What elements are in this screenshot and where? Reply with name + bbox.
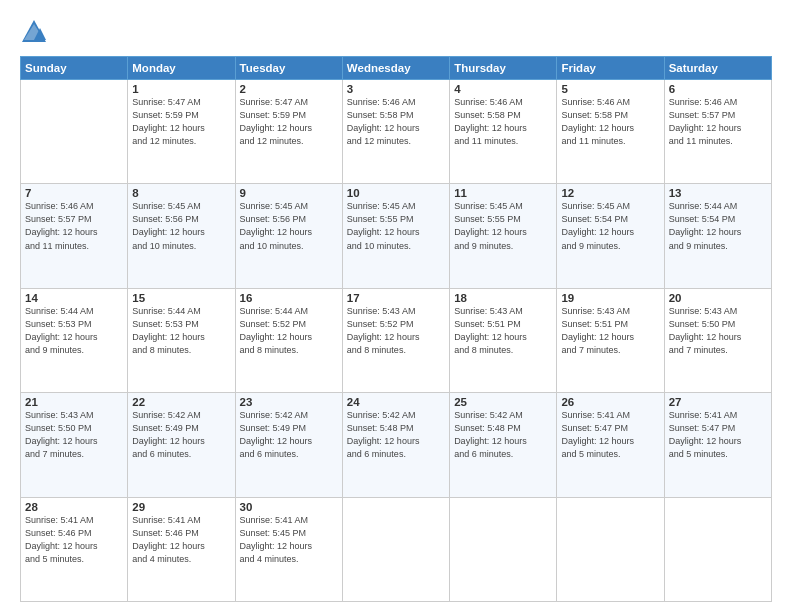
calendar-cell: 3Sunrise: 5:46 AM Sunset: 5:58 PM Daylig…: [342, 80, 449, 184]
day-number: 29: [132, 501, 230, 513]
day-info: Sunrise: 5:42 AM Sunset: 5:48 PM Dayligh…: [347, 409, 445, 461]
day-info: Sunrise: 5:41 AM Sunset: 5:45 PM Dayligh…: [240, 514, 338, 566]
day-info: Sunrise: 5:41 AM Sunset: 5:47 PM Dayligh…: [669, 409, 767, 461]
calendar-cell: 4Sunrise: 5:46 AM Sunset: 5:58 PM Daylig…: [450, 80, 557, 184]
dow-header: Tuesday: [235, 57, 342, 80]
calendar-cell: [557, 497, 664, 601]
day-number: 17: [347, 292, 445, 304]
day-number: 4: [454, 83, 552, 95]
day-info: Sunrise: 5:44 AM Sunset: 5:53 PM Dayligh…: [132, 305, 230, 357]
day-info: Sunrise: 5:45 AM Sunset: 5:56 PM Dayligh…: [132, 200, 230, 252]
day-number: 7: [25, 187, 123, 199]
calendar-cell: [342, 497, 449, 601]
calendar-cell: [450, 497, 557, 601]
day-info: Sunrise: 5:45 AM Sunset: 5:54 PM Dayligh…: [561, 200, 659, 252]
logo-icon: [20, 18, 48, 46]
day-number: 28: [25, 501, 123, 513]
day-number: 10: [347, 187, 445, 199]
day-number: 6: [669, 83, 767, 95]
calendar-cell: 16Sunrise: 5:44 AM Sunset: 5:52 PM Dayli…: [235, 288, 342, 392]
day-number: 3: [347, 83, 445, 95]
day-info: Sunrise: 5:45 AM Sunset: 5:55 PM Dayligh…: [347, 200, 445, 252]
dow-header: Wednesday: [342, 57, 449, 80]
day-info: Sunrise: 5:42 AM Sunset: 5:48 PM Dayligh…: [454, 409, 552, 461]
calendar-cell: 29Sunrise: 5:41 AM Sunset: 5:46 PM Dayli…: [128, 497, 235, 601]
calendar-cell: [664, 497, 771, 601]
calendar-cell: 26Sunrise: 5:41 AM Sunset: 5:47 PM Dayli…: [557, 393, 664, 497]
dow-header: Saturday: [664, 57, 771, 80]
day-info: Sunrise: 5:46 AM Sunset: 5:57 PM Dayligh…: [25, 200, 123, 252]
day-number: 21: [25, 396, 123, 408]
calendar-cell: 17Sunrise: 5:43 AM Sunset: 5:52 PM Dayli…: [342, 288, 449, 392]
day-info: Sunrise: 5:45 AM Sunset: 5:56 PM Dayligh…: [240, 200, 338, 252]
calendar-cell: 27Sunrise: 5:41 AM Sunset: 5:47 PM Dayli…: [664, 393, 771, 497]
day-info: Sunrise: 5:41 AM Sunset: 5:46 PM Dayligh…: [25, 514, 123, 566]
calendar-cell: 7Sunrise: 5:46 AM Sunset: 5:57 PM Daylig…: [21, 184, 128, 288]
calendar-cell: 14Sunrise: 5:44 AM Sunset: 5:53 PM Dayli…: [21, 288, 128, 392]
day-info: Sunrise: 5:41 AM Sunset: 5:46 PM Dayligh…: [132, 514, 230, 566]
dow-header: Sunday: [21, 57, 128, 80]
day-number: 12: [561, 187, 659, 199]
day-info: Sunrise: 5:44 AM Sunset: 5:53 PM Dayligh…: [25, 305, 123, 357]
calendar-week: 21Sunrise: 5:43 AM Sunset: 5:50 PM Dayli…: [21, 393, 772, 497]
day-number: 19: [561, 292, 659, 304]
day-number: 5: [561, 83, 659, 95]
calendar-cell: 23Sunrise: 5:42 AM Sunset: 5:49 PM Dayli…: [235, 393, 342, 497]
day-number: 22: [132, 396, 230, 408]
calendar-cell: 13Sunrise: 5:44 AM Sunset: 5:54 PM Dayli…: [664, 184, 771, 288]
day-number: 30: [240, 501, 338, 513]
day-number: 27: [669, 396, 767, 408]
day-number: 26: [561, 396, 659, 408]
day-info: Sunrise: 5:43 AM Sunset: 5:50 PM Dayligh…: [669, 305, 767, 357]
day-number: 14: [25, 292, 123, 304]
day-number: 8: [132, 187, 230, 199]
day-number: 20: [669, 292, 767, 304]
day-info: Sunrise: 5:46 AM Sunset: 5:57 PM Dayligh…: [669, 96, 767, 148]
calendar-cell: 30Sunrise: 5:41 AM Sunset: 5:45 PM Dayli…: [235, 497, 342, 601]
day-number: 18: [454, 292, 552, 304]
day-number: 11: [454, 187, 552, 199]
dow-header: Friday: [557, 57, 664, 80]
day-number: 9: [240, 187, 338, 199]
day-info: Sunrise: 5:41 AM Sunset: 5:47 PM Dayligh…: [561, 409, 659, 461]
dow-header: Monday: [128, 57, 235, 80]
day-info: Sunrise: 5:44 AM Sunset: 5:52 PM Dayligh…: [240, 305, 338, 357]
calendar-cell: 21Sunrise: 5:43 AM Sunset: 5:50 PM Dayli…: [21, 393, 128, 497]
day-number: 25: [454, 396, 552, 408]
calendar-week: 28Sunrise: 5:41 AM Sunset: 5:46 PM Dayli…: [21, 497, 772, 601]
day-info: Sunrise: 5:45 AM Sunset: 5:55 PM Dayligh…: [454, 200, 552, 252]
logo: [20, 18, 52, 46]
page-header: [20, 18, 772, 46]
calendar-cell: 1Sunrise: 5:47 AM Sunset: 5:59 PM Daylig…: [128, 80, 235, 184]
calendar-cell: 20Sunrise: 5:43 AM Sunset: 5:50 PM Dayli…: [664, 288, 771, 392]
calendar-week: 14Sunrise: 5:44 AM Sunset: 5:53 PM Dayli…: [21, 288, 772, 392]
calendar-cell: 15Sunrise: 5:44 AM Sunset: 5:53 PM Dayli…: [128, 288, 235, 392]
calendar-week: 1Sunrise: 5:47 AM Sunset: 5:59 PM Daylig…: [21, 80, 772, 184]
day-of-week-row: SundayMondayTuesdayWednesdayThursdayFrid…: [21, 57, 772, 80]
calendar-week: 7Sunrise: 5:46 AM Sunset: 5:57 PM Daylig…: [21, 184, 772, 288]
day-number: 15: [132, 292, 230, 304]
day-number: 13: [669, 187, 767, 199]
calendar-cell: 22Sunrise: 5:42 AM Sunset: 5:49 PM Dayli…: [128, 393, 235, 497]
calendar-body: 1Sunrise: 5:47 AM Sunset: 5:59 PM Daylig…: [21, 80, 772, 602]
day-info: Sunrise: 5:43 AM Sunset: 5:52 PM Dayligh…: [347, 305, 445, 357]
day-info: Sunrise: 5:42 AM Sunset: 5:49 PM Dayligh…: [132, 409, 230, 461]
day-number: 24: [347, 396, 445, 408]
calendar-cell: 8Sunrise: 5:45 AM Sunset: 5:56 PM Daylig…: [128, 184, 235, 288]
calendar-cell: 9Sunrise: 5:45 AM Sunset: 5:56 PM Daylig…: [235, 184, 342, 288]
calendar-cell: 2Sunrise: 5:47 AM Sunset: 5:59 PM Daylig…: [235, 80, 342, 184]
calendar-cell: 11Sunrise: 5:45 AM Sunset: 5:55 PM Dayli…: [450, 184, 557, 288]
calendar-cell: 24Sunrise: 5:42 AM Sunset: 5:48 PM Dayli…: [342, 393, 449, 497]
day-info: Sunrise: 5:46 AM Sunset: 5:58 PM Dayligh…: [454, 96, 552, 148]
day-info: Sunrise: 5:46 AM Sunset: 5:58 PM Dayligh…: [347, 96, 445, 148]
day-info: Sunrise: 5:47 AM Sunset: 5:59 PM Dayligh…: [132, 96, 230, 148]
day-number: 16: [240, 292, 338, 304]
calendar-cell: [21, 80, 128, 184]
calendar-cell: 18Sunrise: 5:43 AM Sunset: 5:51 PM Dayli…: [450, 288, 557, 392]
calendar-table: SundayMondayTuesdayWednesdayThursdayFrid…: [20, 56, 772, 602]
day-info: Sunrise: 5:43 AM Sunset: 5:51 PM Dayligh…: [561, 305, 659, 357]
dow-header: Thursday: [450, 57, 557, 80]
calendar-cell: 6Sunrise: 5:46 AM Sunset: 5:57 PM Daylig…: [664, 80, 771, 184]
calendar-cell: 12Sunrise: 5:45 AM Sunset: 5:54 PM Dayli…: [557, 184, 664, 288]
day-number: 23: [240, 396, 338, 408]
